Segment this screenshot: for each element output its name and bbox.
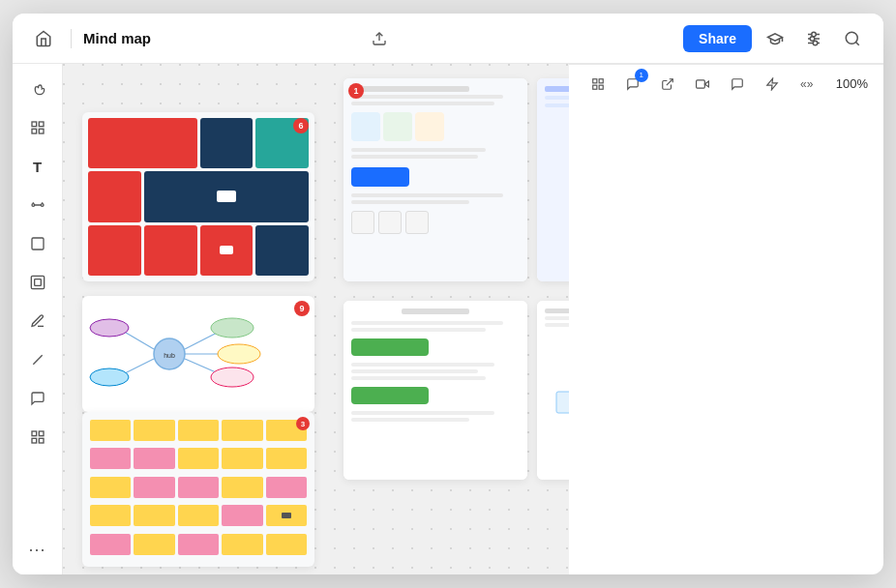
- sidebar: T ···: [13, 64, 63, 574]
- sidebar-shape-tool[interactable]: [20, 226, 55, 261]
- svg-point-10: [846, 32, 857, 44]
- zoom-level: 100%: [836, 76, 868, 91]
- svg-rect-12: [32, 122, 37, 127]
- sidebar-line-tool[interactable]: [20, 342, 55, 377]
- desktop-app-card[interactable]: 2: [537, 301, 569, 480]
- svg-point-40: [211, 368, 254, 387]
- svg-rect-47: [599, 78, 603, 82]
- svg-rect-45: [556, 392, 569, 413]
- settings-button[interactable]: [798, 23, 829, 54]
- svg-marker-51: [704, 81, 708, 87]
- svg-rect-22: [31, 276, 44, 288]
- comment-badge: 1: [635, 69, 648, 82]
- sidebar-grid-tool[interactable]: [20, 420, 55, 455]
- svg-point-42: [90, 368, 129, 386]
- screenshot-card-1[interactable]: 1: [343, 78, 527, 281]
- bottom-comment-button[interactable]: 1: [619, 71, 646, 98]
- svg-rect-49: [599, 85, 603, 89]
- svg-rect-48: [593, 85, 597, 89]
- bottom-toolbar: 1 «» 100%: [569, 64, 883, 103]
- svg-rect-15: [39, 129, 44, 133]
- badge-postit: 3: [296, 417, 310, 430]
- mindmap-diagram: hub: [82, 296, 314, 412]
- svg-rect-21: [32, 238, 44, 250]
- sidebar-connector-tool[interactable]: [20, 188, 55, 222]
- postit-card[interactable]: 3: [82, 412, 314, 567]
- svg-point-9: [813, 41, 818, 45]
- svg-rect-28: [39, 438, 44, 443]
- svg-point-8: [810, 36, 815, 41]
- share-button[interactable]: Share: [683, 25, 752, 52]
- node-card[interactable]: 9 hub: [82, 296, 314, 412]
- svg-rect-26: [39, 431, 44, 436]
- svg-line-24: [33, 355, 42, 364]
- main-area: T ···: [13, 64, 883, 574]
- svg-rect-23: [34, 279, 41, 286]
- badge-node: 9: [294, 301, 310, 316]
- header: Mind map Share: [13, 14, 883, 64]
- svg-point-16: [32, 204, 35, 207]
- svg-marker-53: [767, 78, 778, 90]
- device-card[interactable]: 2: [537, 78, 569, 281]
- sidebar-pen-tool[interactable]: [20, 304, 55, 338]
- search-button[interactable]: [837, 23, 868, 54]
- svg-point-41: [90, 319, 129, 337]
- bottom-chat-button[interactable]: [724, 71, 751, 98]
- svg-line-50: [667, 78, 672, 84]
- badge-mindmap: 6: [293, 118, 309, 133]
- bottom-share-button[interactable]: [654, 71, 681, 98]
- bottom-grid-button[interactable]: [584, 71, 612, 98]
- app-window: Mind map Share: [13, 14, 883, 574]
- svg-rect-46: [593, 78, 597, 82]
- sidebar-insert-tool[interactable]: [20, 110, 55, 145]
- learn-button[interactable]: [760, 23, 791, 54]
- svg-line-11: [856, 42, 859, 44]
- svg-rect-27: [32, 438, 37, 443]
- header-divider: [71, 29, 72, 48]
- canvas-area[interactable]: 6 9: [63, 64, 569, 574]
- svg-point-38: [211, 318, 254, 338]
- svg-rect-25: [32, 431, 37, 436]
- badge-card-1: 1: [348, 83, 364, 99]
- svg-point-39: [218, 344, 260, 364]
- mindmap-card[interactable]: 6: [82, 112, 314, 281]
- faq-card[interactable]: [343, 301, 527, 480]
- svg-text:hub: hub: [164, 352, 175, 359]
- home-button[interactable]: [28, 23, 59, 54]
- bottom-collapse-button[interactable]: «»: [793, 71, 821, 98]
- sidebar-more-tool[interactable]: ···: [20, 532, 55, 567]
- page-title: Mind map: [83, 30, 356, 46]
- sidebar-frame-tool[interactable]: [20, 265, 55, 300]
- sidebar-comment-tool[interactable]: [20, 381, 55, 416]
- sidebar-hand-tool[interactable]: [20, 72, 55, 106]
- svg-rect-13: [39, 122, 44, 127]
- svg-rect-14: [32, 129, 37, 133]
- bottom-lightning-button[interactable]: [759, 71, 786, 98]
- upload-button[interactable]: [364, 23, 395, 54]
- sidebar-text-tool[interactable]: T: [20, 149, 55, 184]
- svg-rect-52: [696, 79, 704, 87]
- svg-point-17: [41, 204, 44, 207]
- illustration: [552, 358, 569, 445]
- bottom-video-button[interactable]: [689, 71, 716, 98]
